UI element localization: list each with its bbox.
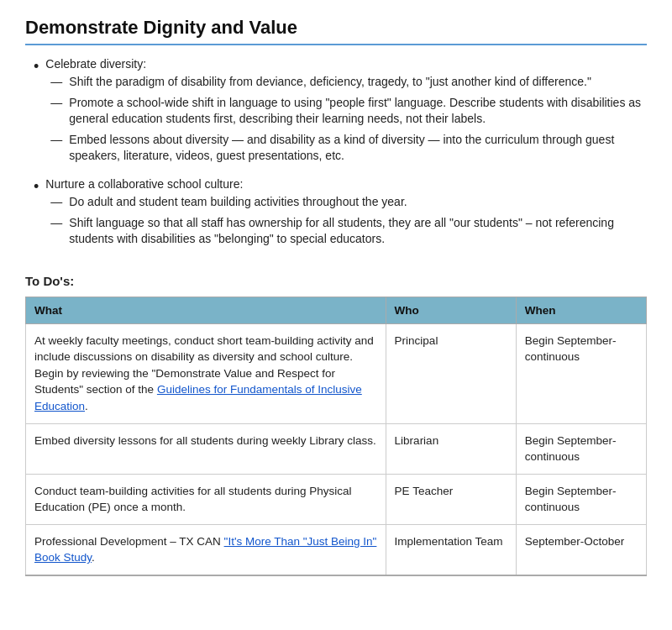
table-cell-what-3: Conduct team-building activities for all… [26, 474, 386, 524]
title-divider [25, 44, 647, 45]
sub-text-1-3: Embed lessons about diversity — and disa… [69, 132, 647, 165]
table-cell-when-1: Begin September-continuous [516, 323, 646, 423]
table-cell-who-4: Implementation Team [386, 524, 516, 575]
page-title: Demonstrate Dignity and Value [25, 17, 647, 39]
col-header-what: What [26, 297, 386, 323]
sub-list-1: — Shift the paradigm of disability from … [45, 74, 647, 165]
what-text-4: Professional Development – TX CAN [34, 535, 224, 548]
what-suffix-4: . [92, 551, 95, 564]
table-cell-who-2: Librarian [386, 423, 516, 474]
sub-text-2-1: Do adult and student team building activ… [69, 194, 647, 211]
bullet-sections: • Celebrate diversity: — Shift the parad… [25, 57, 647, 252]
bullet-content-2: Nurture a collaborative school culture: … [45, 177, 647, 252]
sub-list-2: — Do adult and student team building act… [45, 194, 647, 248]
em-dash: — [50, 74, 62, 91]
todos-heading: To Do's: [25, 274, 647, 288]
sub-text-1-1: Shift the paradigm of disability from de… [69, 74, 647, 91]
sub-item-2-2: — Shift language so that all staff has o… [50, 215, 647, 248]
sub-item-1-3: — Embed lessons about diversity — and di… [50, 132, 647, 165]
todos-table: What Who When At weekly faculty meetings… [25, 297, 647, 576]
bullet-item-1: • Celebrate diversity: — Shift the parad… [34, 57, 647, 169]
sub-text-2-2: Shift language so that all staff has own… [69, 215, 647, 248]
em-dash: — [50, 132, 62, 149]
table-row: Professional Development – TX CAN "It's … [26, 524, 647, 575]
table-cell-what-4: Professional Development – TX CAN "It's … [26, 524, 386, 575]
sub-item-1-2: — Promote a school-wide shift in languag… [50, 95, 647, 128]
bullet-dot-2: • [34, 177, 39, 197]
what-text-3: Conduct team-building activities for all… [34, 485, 351, 514]
todos-section: To Do's: What Who When At weekly faculty… [25, 274, 647, 576]
table-row: At weekly faculty meetings, conduct shor… [26, 323, 647, 423]
table-cell-who-1: Principal [386, 323, 516, 423]
table-cell-what-1: At weekly faculty meetings, conduct shor… [26, 323, 386, 423]
table-cell-when-3: Begin September-continuous [516, 474, 646, 524]
em-dash: — [50, 95, 62, 112]
bullet-content-1: Celebrate diversity: — Shift the paradig… [45, 57, 647, 169]
what-suffix-1: . [85, 400, 88, 412]
table-cell-what-2: Embed diversity lessons for all students… [26, 423, 386, 474]
bullet-item-2: • Nurture a collaborative school culture… [34, 177, 647, 252]
bullet-label-2: Nurture a collaborative school culture: [45, 177, 647, 191]
sub-item-1-1: — Shift the paradigm of disability from … [50, 74, 647, 91]
em-dash: — [50, 215, 62, 232]
table-cell-who-3: PE Teacher [386, 474, 516, 524]
table-header-row: What Who When [26, 297, 647, 323]
bullet-label-1: Celebrate diversity: [45, 57, 647, 71]
table-row: Conduct team-building activities for all… [26, 474, 647, 524]
em-dash: — [50, 194, 62, 211]
col-header-when: When [516, 297, 646, 323]
table-cell-when-2: Begin September-continuous [516, 423, 646, 474]
bullet-dot-1: • [34, 57, 39, 76]
sub-item-2-1: — Do adult and student team building act… [50, 194, 647, 211]
table-row: Embed diversity lessons for all students… [26, 423, 647, 474]
col-header-who: Who [386, 297, 516, 323]
top-level-list: • Celebrate diversity: — Shift the parad… [25, 57, 647, 252]
table-cell-when-4: September-October [516, 524, 646, 575]
what-text-2: Embed diversity lessons for all students… [34, 434, 376, 447]
sub-text-1-2: Promote a school-wide shift in language … [69, 95, 647, 128]
